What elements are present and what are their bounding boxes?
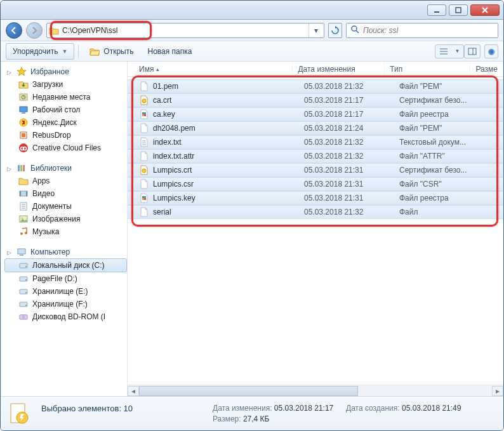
open-button[interactable]: Открыть	[83, 43, 140, 60]
favorites-item[interactable]: RebusDrop	[4, 129, 127, 142]
forward-button[interactable]	[26, 22, 43, 39]
file-row[interactable]: ca.key05.03.2018 21:17Файл реестра	[128, 107, 503, 121]
toolbar: Упорядочить ▼ Открыть Новая папка ▼ ◉	[1, 41, 503, 62]
file-name: Lumpics.crt	[153, 166, 192, 175]
svg-point-32	[22, 218, 23, 220]
file-key-icon	[139, 193, 149, 203]
column-name[interactable]: Имя ▴	[134, 62, 293, 76]
file-txt-icon	[139, 137, 149, 147]
folder-icon	[18, 176, 29, 186]
computer-group: ▷ Компьютер Локальный диск (C:)PageFile …	[4, 246, 127, 323]
column-date[interactable]: Дата изменения	[293, 62, 385, 76]
maximize-button[interactable]	[449, 4, 468, 16]
status-title: Выбрано элементов: 10	[41, 404, 206, 413]
chevron-down-icon: ▼	[62, 48, 67, 55]
svg-line-5	[356, 30, 359, 33]
favorites-item[interactable]: Яндекс.Диск	[4, 116, 127, 129]
file-row[interactable]: Lumpics.csr05.03.2018 21:31Файл "CSR"	[128, 177, 503, 191]
file-row[interactable]: Lumpics.crt05.03.2018 21:31Сертификат бе…	[128, 163, 503, 177]
search-icon	[350, 25, 359, 36]
new-folder-button[interactable]: Новая папка	[140, 43, 199, 60]
file-date: 05.03.2018 21:31	[299, 166, 394, 175]
minimize-button[interactable]	[427, 4, 446, 16]
file-row[interactable]: ca.crt05.03.2018 21:17Сертификат безо...	[128, 93, 503, 107]
preview-pane-button[interactable]	[464, 44, 481, 58]
scroll-left-icon[interactable]: ◂	[128, 386, 139, 396]
horizontal-scrollbar[interactable]: ◂ ▸	[128, 385, 503, 396]
file-file-icon	[139, 179, 149, 189]
recent-icon	[18, 92, 29, 102]
favorites-item[interactable]: Недавние места	[4, 91, 127, 103]
hdd-icon	[18, 274, 29, 284]
libraries-item[interactable]: Музыка	[4, 225, 127, 238]
file-row[interactable]: index.txt.attr05.03.2018 21:32Файл "ATTR…	[128, 149, 503, 163]
file-row[interactable]: serial05.03.2018 21:32Файл	[128, 205, 503, 219]
address-bar[interactable]: C:\OpenVPN\ssl ▾	[46, 23, 324, 38]
computer-item[interactable]: PageFile (D:)	[4, 272, 127, 285]
collapse-icon: ▷	[7, 166, 13, 171]
libraries-item[interactable]: Документы	[4, 200, 127, 213]
file-row[interactable]: dh2048.pem05.03.2018 21:24Файл "PEM"	[128, 121, 503, 135]
libraries-item[interactable]: Видео	[4, 187, 127, 200]
column-type[interactable]: Тип	[385, 62, 470, 76]
computer-item[interactable]: Хранилище (F:)	[4, 298, 127, 310]
yadisk-icon	[18, 117, 29, 128]
svg-rect-59	[144, 198, 146, 200]
file-date: 05.03.2018 21:32	[299, 138, 394, 147]
search-input[interactable]: Поиск: ssl	[346, 23, 498, 38]
address-dropdown-icon[interactable]: ▾	[308, 23, 322, 37]
status-icon	[7, 401, 32, 427]
downloads-icon	[18, 79, 29, 90]
nav-row: C:\OpenVPN\ssl ▾ Поиск: ssl	[1, 20, 503, 41]
help-icon: ◉	[488, 47, 494, 56]
favorites-header[interactable]: ▷ Избранное	[4, 65, 127, 78]
address-path: C:\OpenVPN\ssl	[60, 26, 308, 35]
svg-rect-26	[26, 191, 27, 196]
svg-rect-49	[144, 112, 146, 114]
file-row[interactable]: 01.pem05.03.2018 21:32Файл "PEM"	[128, 79, 503, 93]
computer-item[interactable]: Локальный диск (C:)	[4, 258, 127, 272]
file-type: Файл "CSR"	[394, 180, 483, 189]
scroll-right-icon[interactable]: ▸	[492, 386, 503, 396]
close-button[interactable]	[470, 4, 500, 16]
file-file-icon	[139, 207, 149, 217]
libraries-header[interactable]: ▷ Библиотеки	[4, 162, 127, 175]
svg-rect-1	[456, 8, 461, 13]
favorites-item[interactable]: Рабочий стол	[4, 103, 127, 116]
libraries-icon	[17, 163, 27, 173]
column-size[interactable]: Разме	[470, 62, 503, 76]
svg-rect-23	[23, 165, 25, 171]
computer-header[interactable]: ▷ Компьютер	[4, 246, 127, 258]
star-icon	[17, 67, 27, 77]
view-list-icon	[439, 48, 448, 55]
scroll-thumb[interactable]	[139, 386, 358, 396]
file-row[interactable]: Lumpics.key05.03.2018 21:31Файл реестра	[128, 191, 503, 205]
file-type: Файл "PEM"	[394, 124, 483, 133]
file-date: 05.03.2018 21:32	[299, 208, 394, 216]
libraries-item[interactable]: Apps	[4, 175, 127, 187]
favorites-item[interactable]: Загрузки	[4, 78, 127, 91]
back-button[interactable]	[6, 22, 22, 39]
computer-item[interactable]: Хранилище (E:)	[4, 285, 127, 298]
bd-icon	[18, 312, 29, 322]
file-name: Lumpics.csr	[153, 180, 194, 189]
view-options-button[interactable]: ▼	[435, 44, 464, 58]
organize-button[interactable]: Упорядочить ▼	[6, 43, 74, 60]
refresh-button[interactable]	[328, 23, 342, 38]
file-list-area: Имя ▴ Дата изменения Тип Разме 01.pem05.…	[128, 62, 503, 396]
cc-icon	[18, 143, 29, 153]
column-headers: Имя ▴ Дата изменения Тип Разме	[128, 62, 503, 77]
favorites-item[interactable]: Creative Cloud Files	[4, 142, 127, 154]
file-type: Файл реестра	[394, 110, 483, 119]
nav-sidebar: ▷ Избранное ЗагрузкиНедавние местаРабочи…	[1, 62, 128, 396]
file-row[interactable]: index.txt05.03.2018 21:32Текстовый докум…	[128, 135, 503, 149]
svg-rect-50	[142, 114, 144, 116]
rebus-icon	[18, 130, 29, 140]
svg-rect-48	[142, 112, 144, 114]
libraries-item[interactable]: Изображения	[4, 213, 127, 225]
pane-icon	[468, 48, 477, 55]
file-name: 01.pem	[153, 82, 178, 91]
computer-item[interactable]: Дисковод BD-ROM (I	[4, 310, 127, 323]
help-button[interactable]: ◉	[484, 44, 498, 58]
video-icon	[18, 189, 29, 199]
